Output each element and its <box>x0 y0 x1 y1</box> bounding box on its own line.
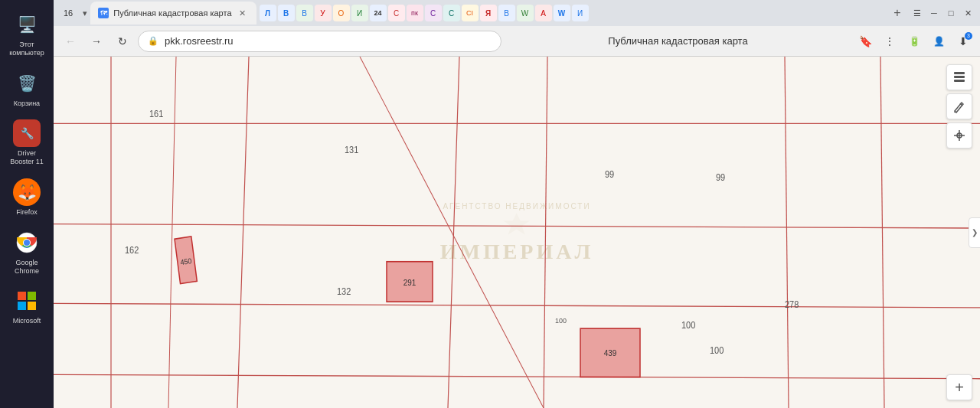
forward-button[interactable]: → <box>86 31 107 52</box>
browser-window: 16 ▾ 🗺 Публичная кадастровая карта ✕ Л В… <box>54 0 980 408</box>
ext-icon-в1[interactable]: В <box>278 5 295 21</box>
ext-icon-c[interactable]: С <box>388 5 405 21</box>
svg-text:439: 439 <box>604 349 617 357</box>
svg-text:99: 99 <box>605 170 614 180</box>
ext-icon-w1[interactable]: W <box>517 5 534 21</box>
chrome-label: Google Chrome <box>6 259 47 276</box>
svg-rect-45 <box>954 80 965 82</box>
ext-icon-л[interactable]: Л <box>260 5 276 21</box>
tab-counter: 16 <box>60 7 77 19</box>
window-controls: ☰ ─ □ ✕ <box>911 7 974 19</box>
recycle-bin-icon: 🗑️ <box>13 70 41 97</box>
ext-icon-пк[interactable]: пк <box>407 5 423 21</box>
desktop-icon-recycle-bin[interactable]: 🗑️ Корзина <box>3 65 51 113</box>
ext-icon-ya[interactable]: Я <box>480 5 497 21</box>
more-options-icon[interactable]: ⋮ <box>879 31 900 52</box>
ext-icon-ci[interactable]: СI <box>462 5 479 21</box>
draw-button[interactable] <box>946 93 972 119</box>
ext-icon-24[interactable]: 24 <box>370 5 387 21</box>
chrome-icon <box>13 229 41 256</box>
this-computer-icon: 🖥️ <box>13 11 41 38</box>
map-container[interactable]: 161 131 162 132 99 99 100 100 278 163 13… <box>54 57 980 408</box>
desktop-icon-firefox[interactable]: 🦊 Firefox <box>3 174 51 221</box>
desktop-sidebar: 🖥️ Этот компьютер 🗑️ Корзина 🔧 Driver Bo… <box>0 0 54 408</box>
svg-rect-8 <box>54 57 980 408</box>
expand-panel-button[interactable]: ❯ <box>969 217 980 248</box>
ext-icon-и[interactable]: И <box>351 5 368 21</box>
close-button[interactable]: ✕ <box>962 7 974 19</box>
microsoft-icon <box>13 287 41 315</box>
svg-text:162: 162 <box>125 245 139 255</box>
zoom-in-button[interactable]: + <box>946 374 972 400</box>
tab-close-button[interactable]: ✕ <box>237 7 249 19</box>
svg-text:291: 291 <box>403 279 416 287</box>
svg-rect-4 <box>18 292 26 300</box>
title-bar: 16 ▾ 🗺 Публичная кадастровая карта ✕ Л В… <box>54 0 980 26</box>
desktop-icon-driver-booster[interactable]: 🔧 Driver Booster 11 <box>3 115 51 171</box>
svg-text:278: 278 <box>785 299 799 309</box>
bookmark-icon[interactable]: 🔖 <box>854 31 876 52</box>
driver-booster-label: Driver Booster 11 <box>6 149 47 166</box>
svg-text:132: 132 <box>337 287 351 297</box>
map-toolbar <box>946 64 972 149</box>
firefox-icon: 🦊 <box>13 178 41 206</box>
svg-rect-6 <box>18 302 26 310</box>
ext-icon-a[interactable]: А <box>535 5 552 21</box>
new-tab-button[interactable]: + <box>887 2 908 24</box>
ext-icon-b[interactable]: В <box>498 5 515 21</box>
active-tab[interactable]: 🗺 Публичная кадастровая карта ✕ <box>90 2 256 24</box>
tab-icon-row: Л В В У О И 24 С пк С С СI Я В W А W И <box>260 5 881 21</box>
svg-rect-43 <box>954 72 965 74</box>
ext-icon-v2[interactable]: В <box>296 5 313 21</box>
desktop-icon-this-computer[interactable]: 🖥️ Этот компьютер <box>3 6 51 62</box>
svg-point-3 <box>24 240 30 246</box>
tab-title: Публичная кадастровая карта <box>113 8 231 18</box>
ext-icon-w2[interactable]: W <box>554 5 570 21</box>
firefox-label: Firefox <box>16 208 38 217</box>
desktop-icon-microsoft[interactable]: Microsoft <box>3 282 51 330</box>
svg-rect-5 <box>28 292 36 300</box>
profiles-icon[interactable]: 👤 <box>928 31 949 52</box>
address-bar: ← → ↻ 🔒 pkk.rosreestr.ru Публичная кадас… <box>54 26 980 57</box>
window-menu-button[interactable]: ☰ <box>911 7 923 19</box>
tab-favicon: 🗺 <box>98 8 109 18</box>
back-button[interactable]: ← <box>60 31 81 52</box>
page-title: Публичная кадастровая карта <box>506 35 850 47</box>
driver-booster-icon: 🔧 <box>13 119 41 147</box>
address-input[interactable]: 🔒 pkk.rosreestr.ru <box>138 31 501 52</box>
url-text: pkk.rosreestr.ru <box>165 35 234 47</box>
ext-icon-у[interactable]: У <box>315 5 332 21</box>
svg-text:100: 100 <box>710 346 724 356</box>
recycle-bin-label: Корзина <box>14 100 40 108</box>
ext-icon-о[interactable]: О <box>333 5 350 21</box>
lock-icon: 🔒 <box>148 36 158 46</box>
toolbar-right: 🔖 ⋮ 🔋 👤 ⬇ 3 <box>854 31 974 52</box>
ext-icon-c2[interactable]: С <box>425 5 442 21</box>
tab-dropdown-arrow[interactable]: ▾ <box>83 8 87 18</box>
crosshair-button[interactable] <box>946 122 972 149</box>
reload-button[interactable]: ↻ <box>112 31 133 52</box>
microsoft-label: Microsoft <box>13 317 41 325</box>
svg-rect-44 <box>954 76 965 78</box>
battery-icon: 🔋 <box>903 31 925 52</box>
maximize-button[interactable]: □ <box>945 7 957 19</box>
desktop-icon-chrome[interactable]: Google Chrome <box>3 224 51 280</box>
svg-rect-7 <box>28 302 36 310</box>
svg-text:161: 161 <box>149 109 163 119</box>
svg-text:99: 99 <box>716 172 725 182</box>
download-icon[interactable]: ⬇ 3 <box>952 31 974 52</box>
this-computer-label: Этот компьютер <box>6 41 47 57</box>
ext-icon-ce[interactable]: С <box>443 5 460 21</box>
svg-text:100: 100 <box>555 315 567 324</box>
cadastral-map: 161 131 162 132 99 99 100 100 278 163 13… <box>54 57 980 408</box>
layers-button[interactable] <box>946 64 972 90</box>
minimize-button[interactable]: ─ <box>928 7 940 19</box>
svg-text:100: 100 <box>681 321 695 331</box>
svg-text:131: 131 <box>345 145 358 155</box>
ext-icon-и2[interactable]: И <box>572 5 589 21</box>
svg-text:450: 450 <box>180 256 192 267</box>
